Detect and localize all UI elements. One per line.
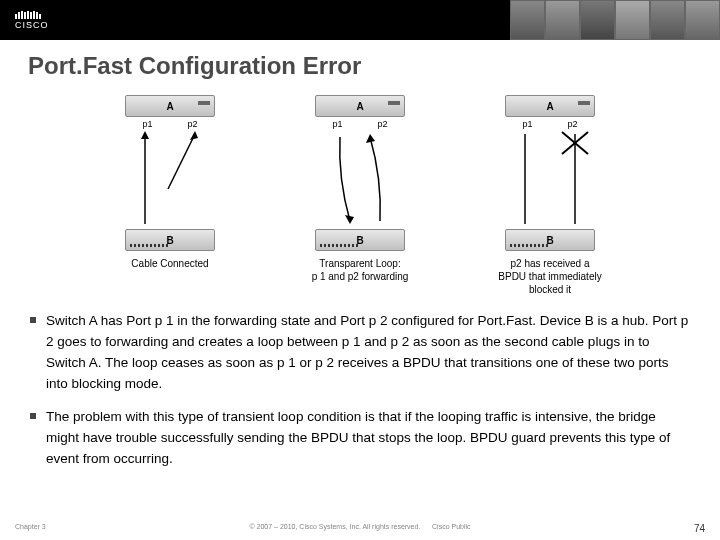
header-photo bbox=[615, 0, 650, 40]
bullet-text: The problem with this type of transient … bbox=[46, 407, 690, 470]
svg-marker-4 bbox=[345, 215, 354, 224]
diagram-caption: p2 has received a BPDU that immediately … bbox=[498, 257, 601, 296]
port-p1: p1 bbox=[142, 119, 152, 129]
port-p2: p2 bbox=[568, 119, 578, 129]
switch-a-icon: A bbox=[125, 95, 215, 117]
port-labels: p1p2 bbox=[522, 119, 577, 129]
bullet-item: Switch A has Port p 1 in the forwarding … bbox=[30, 311, 690, 395]
hub-label: B bbox=[546, 235, 553, 246]
hub-label: B bbox=[356, 235, 363, 246]
header-photo bbox=[580, 0, 615, 40]
bullet-item: The problem with this type of transient … bbox=[30, 407, 690, 470]
port-p2: p2 bbox=[378, 119, 388, 129]
switch-a-icon: A bbox=[315, 95, 405, 117]
diagram-panel-2: A p1p2 B Transparent Loop: p 1 and p2 fo… bbox=[285, 95, 435, 296]
svg-marker-1 bbox=[141, 131, 149, 139]
svg-marker-3 bbox=[190, 131, 198, 140]
cable-icon bbox=[120, 129, 220, 229]
port-labels: p1p2 bbox=[332, 119, 387, 129]
bullet-text: Switch A has Port p 1 in the forwarding … bbox=[46, 311, 690, 395]
header-photo bbox=[510, 0, 545, 40]
hub-label: B bbox=[166, 235, 173, 246]
footer-chapter: Chapter 3 bbox=[15, 523, 46, 534]
hub-b-icon: B bbox=[315, 229, 405, 251]
port-p2: p2 bbox=[188, 119, 198, 129]
loop-icon bbox=[310, 129, 410, 229]
slide-footer: Chapter 3 © 2007 – 2010, Cisco Systems, … bbox=[0, 523, 720, 534]
diagram-caption: Cable Connected bbox=[131, 257, 208, 270]
page-number: 74 bbox=[694, 523, 705, 534]
connection-area bbox=[500, 129, 600, 229]
diagram-area: A p1p2 B Cable Connected A p1p2 B Transp… bbox=[0, 95, 720, 296]
logo-bars-icon bbox=[15, 11, 49, 19]
photo-strip bbox=[510, 0, 720, 40]
slide-title: Port.Fast Configuration Error bbox=[28, 52, 720, 80]
diagram-panel-3: A p1p2 B p2 has received a BPDU that imm… bbox=[475, 95, 625, 296]
bullet-icon bbox=[30, 317, 36, 323]
svg-line-2 bbox=[168, 134, 195, 189]
header-photo bbox=[650, 0, 685, 40]
port-p1: p1 bbox=[522, 119, 532, 129]
port-p1: p1 bbox=[332, 119, 342, 129]
header-photo bbox=[685, 0, 720, 40]
footer-copyright: © 2007 – 2010, Cisco Systems, Inc. All r… bbox=[249, 523, 470, 530]
switch-label: A bbox=[166, 101, 173, 112]
svg-marker-5 bbox=[366, 134, 375, 143]
brand-text: CISCO bbox=[15, 20, 49, 30]
switch-a-icon: A bbox=[505, 95, 595, 117]
hub-b-icon: B bbox=[125, 229, 215, 251]
header-bar: CISCO bbox=[0, 0, 720, 40]
bullet-list: Switch A has Port p 1 in the forwarding … bbox=[30, 311, 690, 469]
connection-area bbox=[120, 129, 220, 229]
cisco-logo: CISCO bbox=[15, 11, 49, 30]
bullet-icon bbox=[30, 413, 36, 419]
switch-label: A bbox=[356, 101, 363, 112]
hub-b-icon: B bbox=[505, 229, 595, 251]
header-photo bbox=[545, 0, 580, 40]
port-labels: p1p2 bbox=[142, 119, 197, 129]
connection-area bbox=[310, 129, 410, 229]
diagram-caption: Transparent Loop: p 1 and p2 forwarding bbox=[312, 257, 409, 283]
switch-label: A bbox=[546, 101, 553, 112]
blocked-icon bbox=[500, 129, 600, 229]
diagram-panel-1: A p1p2 B Cable Connected bbox=[95, 95, 245, 296]
